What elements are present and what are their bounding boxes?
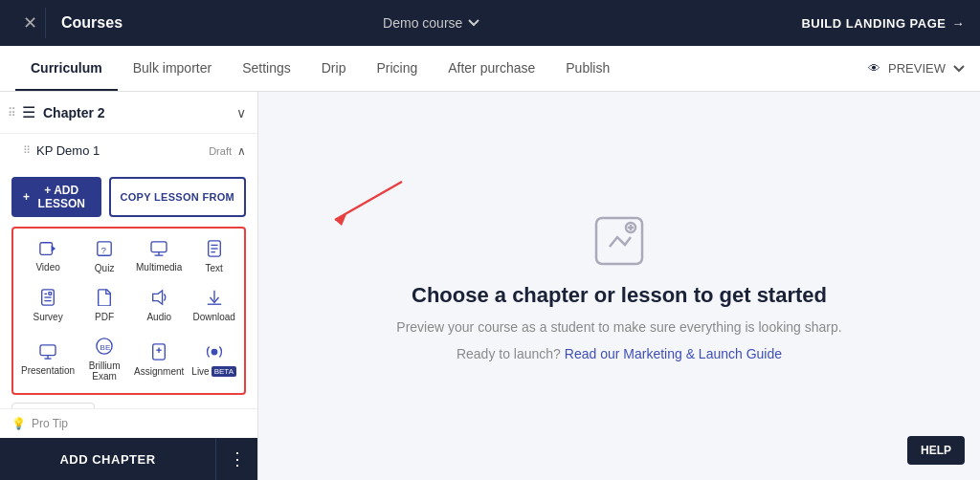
lesson-type-download[interactable]: Download bbox=[188, 281, 240, 330]
launch-link[interactable]: Read our Marketing & Launch Guide bbox=[565, 346, 782, 361]
course-name: Demo course bbox=[383, 15, 462, 31]
launch-prefix: Ready to launch? bbox=[457, 346, 561, 361]
lesson-chevron-icon[interactable]: ∧ bbox=[237, 144, 246, 158]
preview-label: PREVIEW bbox=[888, 61, 946, 76]
svg-rect-15 bbox=[49, 293, 52, 295]
lesson-type-pdf[interactable]: PDF bbox=[78, 281, 130, 330]
tab-after-purchase[interactable]: After purchase bbox=[433, 46, 550, 91]
svg-point-26 bbox=[212, 349, 216, 354]
sidebar: ⠿ ☰ Chapter 2 ∨ ⠿ KP Demo 1 Draft ∧ + + … bbox=[0, 92, 258, 480]
sidebar-content: ⠿ ☰ Chapter 2 ∨ ⠿ KP Demo 1 Draft ∧ + + … bbox=[0, 92, 257, 408]
lesson-type-multimedia-label: Multimedia bbox=[136, 262, 182, 273]
add-lesson-label: + ADD LESSON bbox=[33, 184, 89, 210]
arrow-right-icon: → bbox=[952, 16, 966, 31]
preview-button[interactable]: 👁 PREVIEW bbox=[868, 61, 965, 76]
pdf-icon bbox=[97, 289, 112, 309]
main-icon bbox=[589, 210, 650, 272]
lesson-type-survey[interactable]: Survey bbox=[17, 281, 78, 330]
survey-icon bbox=[40, 289, 56, 309]
lesson-type-pdf-label: PDF bbox=[95, 312, 114, 322]
lesson-type-video[interactable]: Video bbox=[17, 232, 78, 281]
lesson-type-download-label: Download bbox=[192, 312, 234, 322]
audio-icon bbox=[150, 289, 167, 309]
add-chapter-label: ADD CHAPTER bbox=[59, 452, 155, 467]
lesson-type-quiz-label: Quiz bbox=[95, 263, 115, 273]
tab-settings[interactable]: Settings bbox=[227, 46, 306, 91]
dots-icon: ⋮ bbox=[229, 448, 246, 469]
add-chapter-button[interactable]: ADD CHAPTER bbox=[0, 438, 215, 480]
download-icon bbox=[206, 289, 223, 309]
lesson-type-audio-label: Audio bbox=[146, 312, 171, 322]
copy-lesson-button[interactable]: COPY LESSON FROM bbox=[109, 177, 247, 217]
tab-curriculum[interactable]: Curriculum bbox=[15, 46, 118, 91]
lesson-type-multimedia[interactable]: Multimedia bbox=[130, 232, 188, 281]
tab-publish[interactable]: Publish bbox=[550, 46, 625, 91]
svg-marker-1 bbox=[52, 245, 56, 251]
main-layout: ⠿ ☰ Chapter 2 ∨ ⠿ KP Demo 1 Draft ∧ + + … bbox=[0, 92, 980, 480]
lesson-type-brillium-exam[interactable]: BE Brillium Exam bbox=[78, 330, 130, 389]
lesson-type-text[interactable]: Text bbox=[188, 232, 240, 281]
lesson-type-assignment[interactable]: Assignment bbox=[130, 330, 188, 389]
chapter-icon: ☰ bbox=[22, 103, 35, 121]
build-landing-button[interactable]: BUILD LANDING PAGE → bbox=[801, 16, 965, 31]
presentation-icon bbox=[39, 344, 56, 362]
lesson-type-presentation-label: Presentation bbox=[21, 365, 75, 376]
lesson-row[interactable]: ⠿ KP Demo 1 Draft ∧ bbox=[0, 134, 257, 167]
tab-pricing[interactable]: Pricing bbox=[361, 46, 433, 91]
lightbulb-icon: 💡 bbox=[11, 417, 26, 430]
main-launch-text: Ready to launch? Read our Marketing & La… bbox=[457, 346, 782, 361]
svg-rect-0 bbox=[40, 243, 53, 255]
add-lesson-button[interactable]: + + ADD LESSON bbox=[11, 177, 101, 217]
app-title: Courses bbox=[61, 14, 383, 32]
drag-handle-icon: ⠿ bbox=[8, 106, 16, 120]
add-chapter-footer: ADD CHAPTER ⋮ bbox=[0, 438, 257, 480]
chapter-title: Chapter 2 bbox=[43, 105, 236, 120]
lesson-type-assignment-label: Assignment bbox=[134, 366, 184, 377]
svg-text:BE: BE bbox=[100, 343, 111, 352]
help-label: HELP bbox=[921, 444, 951, 457]
svg-rect-4 bbox=[151, 242, 167, 252]
plus-icon: + bbox=[23, 190, 30, 204]
add-chapter-dots-button[interactable]: ⋮ bbox=[215, 438, 257, 480]
copy-lesson-label: COPY LESSON FROM bbox=[121, 191, 235, 203]
lesson-type-survey-label: Survey bbox=[33, 312, 63, 322]
nav-tabs-bar: Curriculum Bulk importer Settings Drip P… bbox=[0, 46, 980, 92]
pro-tip-label: Pro Tip bbox=[32, 417, 68, 430]
lesson-drag-icon: ⠿ bbox=[23, 144, 31, 157]
lesson-type-grid: Video ? Quiz Multimedia bbox=[11, 227, 246, 395]
assignment-icon bbox=[151, 343, 167, 363]
close-button[interactable]: ✕ bbox=[15, 8, 46, 38]
lesson-type-audio[interactable]: Audio bbox=[130, 281, 188, 330]
lesson-draft-badge: Draft bbox=[209, 145, 232, 157]
lesson-type-video-label: Video bbox=[35, 262, 59, 273]
main-heading: Choose a chapter or lesson to get starte… bbox=[412, 283, 827, 308]
svg-marker-16 bbox=[153, 291, 163, 304]
svg-text:?: ? bbox=[101, 245, 107, 255]
lesson-type-quiz[interactable]: ? Quiz bbox=[78, 232, 130, 281]
main-subtext: Preview your course as a student to make… bbox=[396, 319, 841, 335]
chapter-chevron-icon[interactable]: ∨ bbox=[236, 105, 246, 120]
lesson-type-live[interactable]: Live BETA bbox=[188, 330, 240, 389]
help-button[interactable]: HELP bbox=[907, 436, 965, 465]
quiz-icon: ? bbox=[96, 240, 113, 260]
brillium-icon: BE bbox=[96, 338, 113, 358]
live-beta-badge: BETA bbox=[212, 366, 236, 377]
lesson-type-brillium-label: Brillium Exam bbox=[82, 360, 126, 382]
eye-icon: 👁 bbox=[868, 61, 880, 76]
build-landing-label: BUILD LANDING PAGE bbox=[801, 16, 946, 31]
live-icon bbox=[206, 343, 223, 363]
chapter-row[interactable]: ⠿ ☰ Chapter 2 ∨ bbox=[0, 92, 257, 134]
main-content: Choose a chapter or lesson to get starte… bbox=[258, 92, 980, 480]
svg-rect-18 bbox=[40, 344, 56, 355]
course-selector[interactable]: Demo course bbox=[383, 15, 479, 31]
video-icon bbox=[39, 241, 56, 259]
lesson-type-live-label: Live BETA bbox=[191, 366, 236, 377]
pro-tip: 💡 Pro Tip bbox=[0, 408, 257, 438]
tab-drip[interactable]: Drip bbox=[306, 46, 362, 91]
multimedia-icon bbox=[150, 241, 167, 259]
tab-bulk-importer[interactable]: Bulk importer bbox=[118, 46, 227, 91]
lesson-title: KP Demo 1 bbox=[36, 143, 209, 158]
lesson-type-text-label: Text bbox=[205, 263, 222, 273]
lesson-type-presentation[interactable]: Presentation bbox=[17, 330, 78, 389]
add-lesson-row: + + ADD LESSON COPY LESSON FROM bbox=[0, 167, 257, 227]
